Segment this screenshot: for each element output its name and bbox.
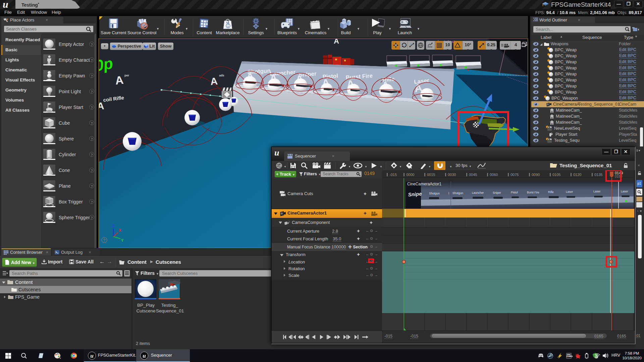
svg-text:A: A bbox=[334, 39, 339, 45]
svg-text:Y: Y bbox=[121, 238, 124, 242]
svg-text:0045: 0045 bbox=[469, 173, 477, 177]
svg-text:Launcher: Launcher bbox=[472, 191, 484, 194]
svg-text:Burst Fire: Burst Fire bbox=[527, 191, 539, 194]
svg-text:u: u bbox=[227, 24, 229, 28]
svg-text:Sniper: Sniper bbox=[493, 191, 501, 194]
svg-text:0015: 0015 bbox=[427, 173, 435, 177]
svg-text:per: per bbox=[124, 74, 129, 77]
svg-text:Pistol: Pistol bbox=[511, 191, 518, 194]
svg-text:X: X bbox=[119, 228, 121, 232]
svg-text:0135: 0135 bbox=[594, 173, 602, 177]
svg-text:Laser: Laser bbox=[621, 190, 628, 193]
svg-text:-015: -015 bbox=[389, 173, 397, 177]
svg-text:0075: 0075 bbox=[511, 173, 519, 177]
svg-text:Snipe: Snipe bbox=[408, 191, 422, 197]
svg-text:A: A bbox=[114, 73, 124, 87]
svg-text:Shotgun: Shotgun bbox=[452, 191, 463, 195]
svg-text:0105: 0105 bbox=[552, 173, 560, 177]
svg-text:ads: ads bbox=[219, 74, 224, 77]
svg-text:0000: 0000 bbox=[406, 173, 414, 177]
svg-text:?: ? bbox=[103, 238, 105, 243]
svg-text:CineCameraActor1: CineCameraActor1 bbox=[407, 182, 441, 186]
svg-text:0060: 0060 bbox=[490, 173, 498, 177]
svg-text:0030: 0030 bbox=[448, 173, 456, 177]
svg-text:+: + bbox=[638, 27, 639, 32]
svg-text:0090: 0090 bbox=[532, 173, 540, 177]
svg-text:l: l bbox=[448, 192, 449, 195]
svg-text:A: A bbox=[210, 75, 218, 87]
svg-text:Laser: Laser bbox=[593, 190, 600, 193]
svg-text:Rifle: Rifle bbox=[548, 190, 554, 194]
svg-text:0120: 0120 bbox=[573, 173, 581, 177]
svg-text:Shotgun: Shotgun bbox=[429, 192, 440, 195]
svg-text:Z: Z bbox=[112, 224, 114, 228]
svg-text:Laser: Laser bbox=[566, 190, 573, 193]
